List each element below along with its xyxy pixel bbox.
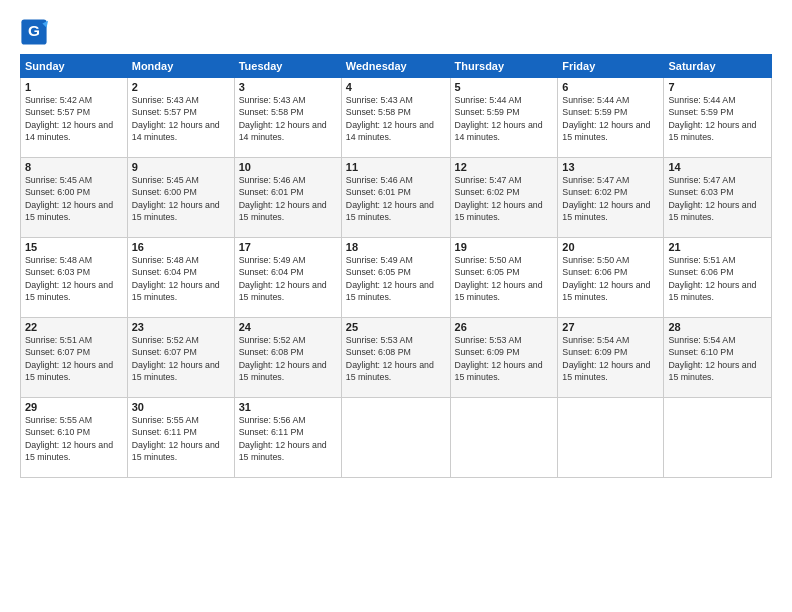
day-number: 26 (455, 321, 554, 333)
day-number: 20 (562, 241, 659, 253)
day-cell-25: 25 Sunrise: 5:53 AMSunset: 6:08 PMDaylig… (341, 318, 450, 398)
col-header-wednesday: Wednesday (341, 55, 450, 78)
page: G SundayMondayTuesdayWednesdayThursdayFr… (0, 0, 792, 612)
day-cell-19: 19 Sunrise: 5:50 AMSunset: 6:05 PMDaylig… (450, 238, 558, 318)
day-number: 16 (132, 241, 230, 253)
day-number: 11 (346, 161, 446, 173)
day-number: 7 (668, 81, 767, 93)
day-detail: Sunrise: 5:42 AMSunset: 5:57 PMDaylight:… (25, 95, 113, 142)
day-number: 28 (668, 321, 767, 333)
day-cell-20: 20 Sunrise: 5:50 AMSunset: 6:06 PMDaylig… (558, 238, 664, 318)
day-cell-7: 7 Sunrise: 5:44 AMSunset: 5:59 PMDayligh… (664, 78, 772, 158)
day-cell-30: 30 Sunrise: 5:55 AMSunset: 6:11 PMDaylig… (127, 398, 234, 478)
day-detail: Sunrise: 5:46 AMSunset: 6:01 PMDaylight:… (239, 175, 327, 222)
day-number: 23 (132, 321, 230, 333)
day-number: 2 (132, 81, 230, 93)
day-number: 30 (132, 401, 230, 413)
day-detail: Sunrise: 5:54 AMSunset: 6:10 PMDaylight:… (668, 335, 756, 382)
day-detail: Sunrise: 5:51 AMSunset: 6:07 PMDaylight:… (25, 335, 113, 382)
day-number: 27 (562, 321, 659, 333)
calendar-header-row: SundayMondayTuesdayWednesdayThursdayFrid… (21, 55, 772, 78)
day-cell-26: 26 Sunrise: 5:53 AMSunset: 6:09 PMDaylig… (450, 318, 558, 398)
day-number: 3 (239, 81, 337, 93)
day-cell-6: 6 Sunrise: 5:44 AMSunset: 5:59 PMDayligh… (558, 78, 664, 158)
day-detail: Sunrise: 5:50 AMSunset: 6:06 PMDaylight:… (562, 255, 650, 302)
col-header-saturday: Saturday (664, 55, 772, 78)
col-header-tuesday: Tuesday (234, 55, 341, 78)
day-number: 19 (455, 241, 554, 253)
empty-cell (450, 398, 558, 478)
day-cell-21: 21 Sunrise: 5:51 AMSunset: 6:06 PMDaylig… (664, 238, 772, 318)
day-detail: Sunrise: 5:49 AMSunset: 6:04 PMDaylight:… (239, 255, 327, 302)
day-number: 18 (346, 241, 446, 253)
day-cell-9: 9 Sunrise: 5:45 AMSunset: 6:00 PMDayligh… (127, 158, 234, 238)
day-number: 25 (346, 321, 446, 333)
day-number: 6 (562, 81, 659, 93)
day-number: 13 (562, 161, 659, 173)
day-cell-24: 24 Sunrise: 5:52 AMSunset: 6:08 PMDaylig… (234, 318, 341, 398)
day-detail: Sunrise: 5:44 AMSunset: 5:59 PMDaylight:… (455, 95, 543, 142)
day-detail: Sunrise: 5:53 AMSunset: 6:09 PMDaylight:… (455, 335, 543, 382)
day-number: 1 (25, 81, 123, 93)
calendar-week-3: 22 Sunrise: 5:51 AMSunset: 6:07 PMDaylig… (21, 318, 772, 398)
day-cell-10: 10 Sunrise: 5:46 AMSunset: 6:01 PMDaylig… (234, 158, 341, 238)
day-cell-16: 16 Sunrise: 5:48 AMSunset: 6:04 PMDaylig… (127, 238, 234, 318)
day-number: 24 (239, 321, 337, 333)
day-cell-29: 29 Sunrise: 5:55 AMSunset: 6:10 PMDaylig… (21, 398, 128, 478)
col-header-monday: Monday (127, 55, 234, 78)
svg-text:G: G (28, 22, 40, 39)
day-cell-23: 23 Sunrise: 5:52 AMSunset: 6:07 PMDaylig… (127, 318, 234, 398)
day-cell-12: 12 Sunrise: 5:47 AMSunset: 6:02 PMDaylig… (450, 158, 558, 238)
day-detail: Sunrise: 5:47 AMSunset: 6:02 PMDaylight:… (562, 175, 650, 222)
day-cell-2: 2 Sunrise: 5:43 AMSunset: 5:57 PMDayligh… (127, 78, 234, 158)
calendar-week-2: 15 Sunrise: 5:48 AMSunset: 6:03 PMDaylig… (21, 238, 772, 318)
day-detail: Sunrise: 5:46 AMSunset: 6:01 PMDaylight:… (346, 175, 434, 222)
day-number: 4 (346, 81, 446, 93)
day-number: 22 (25, 321, 123, 333)
day-detail: Sunrise: 5:43 AMSunset: 5:58 PMDaylight:… (346, 95, 434, 142)
day-detail: Sunrise: 5:50 AMSunset: 6:05 PMDaylight:… (455, 255, 543, 302)
day-detail: Sunrise: 5:56 AMSunset: 6:11 PMDaylight:… (239, 415, 327, 462)
empty-cell (558, 398, 664, 478)
day-cell-28: 28 Sunrise: 5:54 AMSunset: 6:10 PMDaylig… (664, 318, 772, 398)
day-cell-1: 1 Sunrise: 5:42 AMSunset: 5:57 PMDayligh… (21, 78, 128, 158)
day-detail: Sunrise: 5:48 AMSunset: 6:03 PMDaylight:… (25, 255, 113, 302)
day-detail: Sunrise: 5:44 AMSunset: 5:59 PMDaylight:… (562, 95, 650, 142)
day-cell-17: 17 Sunrise: 5:49 AMSunset: 6:04 PMDaylig… (234, 238, 341, 318)
day-number: 12 (455, 161, 554, 173)
empty-cell (341, 398, 450, 478)
day-number: 29 (25, 401, 123, 413)
day-detail: Sunrise: 5:44 AMSunset: 5:59 PMDaylight:… (668, 95, 756, 142)
day-cell-14: 14 Sunrise: 5:47 AMSunset: 6:03 PMDaylig… (664, 158, 772, 238)
day-number: 14 (668, 161, 767, 173)
day-number: 15 (25, 241, 123, 253)
day-number: 17 (239, 241, 337, 253)
day-detail: Sunrise: 5:55 AMSunset: 6:10 PMDaylight:… (25, 415, 113, 462)
day-number: 10 (239, 161, 337, 173)
calendar-table: SundayMondayTuesdayWednesdayThursdayFrid… (20, 54, 772, 478)
day-detail: Sunrise: 5:55 AMSunset: 6:11 PMDaylight:… (132, 415, 220, 462)
day-detail: Sunrise: 5:48 AMSunset: 6:04 PMDaylight:… (132, 255, 220, 302)
calendar-week-4: 29 Sunrise: 5:55 AMSunset: 6:10 PMDaylig… (21, 398, 772, 478)
day-detail: Sunrise: 5:47 AMSunset: 6:02 PMDaylight:… (455, 175, 543, 222)
day-number: 31 (239, 401, 337, 413)
day-detail: Sunrise: 5:54 AMSunset: 6:09 PMDaylight:… (562, 335, 650, 382)
col-header-friday: Friday (558, 55, 664, 78)
calendar-week-0: 1 Sunrise: 5:42 AMSunset: 5:57 PMDayligh… (21, 78, 772, 158)
col-header-sunday: Sunday (21, 55, 128, 78)
day-detail: Sunrise: 5:52 AMSunset: 6:07 PMDaylight:… (132, 335, 220, 382)
day-detail: Sunrise: 5:45 AMSunset: 6:00 PMDaylight:… (25, 175, 113, 222)
header: G (20, 18, 772, 46)
logo: G (20, 18, 50, 46)
calendar-week-1: 8 Sunrise: 5:45 AMSunset: 6:00 PMDayligh… (21, 158, 772, 238)
day-number: 5 (455, 81, 554, 93)
day-detail: Sunrise: 5:52 AMSunset: 6:08 PMDaylight:… (239, 335, 327, 382)
day-cell-5: 5 Sunrise: 5:44 AMSunset: 5:59 PMDayligh… (450, 78, 558, 158)
day-cell-13: 13 Sunrise: 5:47 AMSunset: 6:02 PMDaylig… (558, 158, 664, 238)
day-cell-31: 31 Sunrise: 5:56 AMSunset: 6:11 PMDaylig… (234, 398, 341, 478)
empty-cell (664, 398, 772, 478)
logo-icon: G (20, 18, 48, 46)
day-cell-3: 3 Sunrise: 5:43 AMSunset: 5:58 PMDayligh… (234, 78, 341, 158)
day-detail: Sunrise: 5:51 AMSunset: 6:06 PMDaylight:… (668, 255, 756, 302)
day-detail: Sunrise: 5:43 AMSunset: 5:57 PMDaylight:… (132, 95, 220, 142)
